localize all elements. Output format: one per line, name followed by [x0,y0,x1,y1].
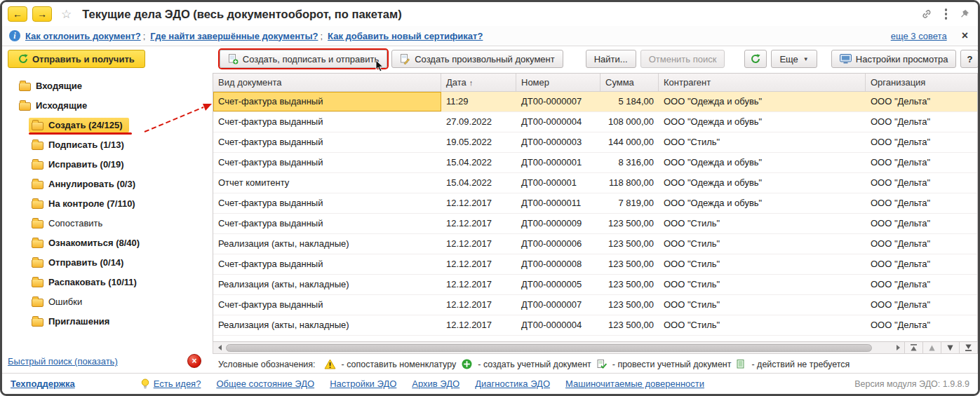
table-row[interactable]: Счет-фактура выданный12.12.2017ДТ00-0000… [213,193,977,214]
find-button[interactable]: Найти... [586,50,636,68]
view-settings-button[interactable]: Настройки просмотра [831,50,957,68]
more-menu-icon[interactable] [944,7,949,21]
scrollbar-thumb[interactable] [226,344,872,352]
cell-doc-type: Реализация (акты, накладные) [213,234,441,254]
cell-date: 12.12.2017 [441,193,516,213]
table-row[interactable]: Отчет комитенту15.04.2022ДТ00-000001118 … [213,173,977,193]
sidebar-item-outgoing[interactable]: Исходящие [2,95,213,115]
help-link-completed[interactable]: Где найти завершённые документы? [150,31,318,41]
sidebar-item-errors[interactable]: Ошибки [2,292,213,311]
column-header-number[interactable]: Номер [516,74,600,91]
cell-doc-type: Счет-фактура выданный [213,92,441,111]
cancel-search-button[interactable]: Отменить поиск [640,50,725,68]
refresh-list-button[interactable] [744,50,767,68]
more-actions-label: Еще [779,54,798,64]
go-down-button[interactable] [941,342,959,353]
go-first-button[interactable] [904,342,922,353]
sidebar-item-annul[interactable]: Аннулировать (0/3) [2,174,213,193]
scrollbar-track[interactable] [225,342,892,353]
idea-link[interactable]: Есть идея? [154,378,201,389]
scroll-right-button[interactable] [892,342,904,353]
support-link[interactable]: Техподдержка [11,378,75,389]
table-row[interactable]: Счет-фактура выданный12.12.2017ДТ00-0000… [213,214,977,234]
column-header-sum[interactable]: Сумма [600,74,659,91]
sidebar-item-send[interactable]: Отправить (0/14) [2,252,213,272]
quick-search-link[interactable]: Быстрый поиск (показать) [8,356,118,367]
more-actions-button[interactable]: Еще ▼ [771,50,817,68]
cell-organization: ООО "Дельта" [866,112,977,132]
folder-icon [32,200,43,209]
sidebar-item-invitations[interactable]: Приглашения [2,311,213,331]
sidebar-item-create[interactable]: Создать (24/125) [2,115,213,135]
forward-button[interactable]: → [32,6,52,22]
folder-icon [19,83,31,91]
column-header-counterparty[interactable]: Контрагент [659,74,866,91]
back-button[interactable]: ← [8,6,27,22]
table-row[interactable]: Счет-фактура выданный11:29ДТ00-00000075 … [213,92,977,112]
column-header-organization[interactable]: Организация [866,74,977,91]
cell-sum: 8 316,00 [600,153,659,172]
module-version: Версия модуля ЭДО: 1.9.8.9 [854,379,969,389]
sidebar-item-fix[interactable]: Исправить (0/19) [2,154,213,174]
sidebar-item-match[interactable]: Сопоставить [2,213,213,233]
folder-icon [32,122,43,130]
edo-state-link[interactable]: Общее состояние ЭДО [216,378,314,389]
folder-icon [32,181,43,189]
table-row[interactable]: Счет-фактура выданный12.12.2017ДТ00-0000… [213,254,977,275]
cell-organization: ООО "Дельта" [866,132,977,152]
get-link-icon[interactable] [921,8,932,20]
help-link-certificate[interactable]: Как добавить новый сертификат? [328,31,483,41]
titlebar-actions [921,7,970,21]
cell-organization: ООО "Дельта" [866,315,977,335]
help-link-decline[interactable]: Как отклонить документ? [25,31,141,41]
edo-diagnostics-link[interactable]: Диагностика ЭДО [475,378,550,389]
sidebar-item-incoming[interactable]: Входящие [2,76,213,95]
more-tips-link[interactable]: еще 3 совета [891,31,947,41]
cell-counterparty: ООО "Стиль" [659,214,866,233]
column-label: Вид документа [218,77,282,88]
edo-archive-link[interactable]: Архив ЭДО [412,378,459,389]
go-up-button[interactable] [922,342,941,353]
sidebar-item-unpack[interactable]: Распаковать (10/11) [2,272,213,292]
cell-date: 15.04.2022 [441,153,516,172]
table-row[interactable]: Счет-фактура выданный12.12.2017ДТ00-0000… [213,295,977,315]
sidebar-item-on-control[interactable]: На контроле (7/110) [2,193,213,213]
create-arbitrary-button[interactable]: Создать произвольный документ [391,50,563,68]
sidebar-item-review[interactable]: Ознакомиться (8/40) [2,233,213,252]
sidebar-item-label: Входящие [36,81,82,91]
cell-counterparty: ООО "Одежда и обувь" [659,193,866,213]
idea-block: Есть идея? [141,378,201,390]
help-button[interactable]: ? [960,50,979,68]
table-row[interactable]: Реализация (акты, накладные)12.12.2017ДТ… [213,275,977,295]
table-row[interactable]: Реализация (акты, накладные)12.12.2017ДТ… [213,234,977,254]
create-arbitrary-label: Создать произвольный документ [415,54,555,64]
table-row[interactable]: Счет-фактура выданный27.09.2022ДТ00-0000… [213,112,977,132]
cell-sum: 123 500,00 [600,214,659,233]
folder-sidebar: ВходящиеИсходящиеСоздать (24/125)Подписа… [2,71,213,373]
cell-number: ДТ00-0000009 [516,214,600,233]
cell-counterparty: ООО "Одежда и обувь" [659,112,866,132]
close-tips-icon[interactable]: × [962,30,968,41]
column-header-doc-type[interactable]: Вид документа [213,74,441,91]
clear-search-button[interactable]: × [187,354,201,368]
close-icon: × [192,356,196,366]
go-last-button[interactable] [959,342,977,353]
send-receive-button[interactable]: Отправить и получить [8,50,145,68]
scroll-left-button[interactable] [213,342,225,353]
favorite-star-icon[interactable]: ☆ [61,7,72,22]
tips-bar: i Как отклонить документ? ; Где найти за… [2,26,978,46]
edo-settings-link[interactable]: Настройки ЭДО [330,378,396,389]
cell-doc-type: Реализация (акты, накладные) [213,275,441,294]
document-edit-icon [400,54,410,64]
table-row[interactable]: Счет-фактура выданный15.04.2022ДТ00-0000… [213,153,977,173]
sidebar-item-sign[interactable]: Подписать (1/13) [2,135,213,154]
legend-label: Условные обозначения: [218,360,316,369]
pin-icon[interactable] [960,9,969,20]
cell-date: 19.05.2022 [441,132,516,152]
horizontal-scrollbar[interactable] [213,342,978,354]
table-row[interactable]: Счет-фактура выданный19.05.2022ДТ00-0000… [213,132,977,153]
machine-readable-poa-link[interactable]: Машиночитаемые доверенности [565,378,704,389]
column-header-date[interactable]: Дата↑ [441,74,516,91]
create-sign-send-button[interactable]: Создать, подписать и отправить [220,50,387,68]
table-row[interactable]: Реализация (акты, накладные)12.12.2017ДТ… [213,315,977,336]
